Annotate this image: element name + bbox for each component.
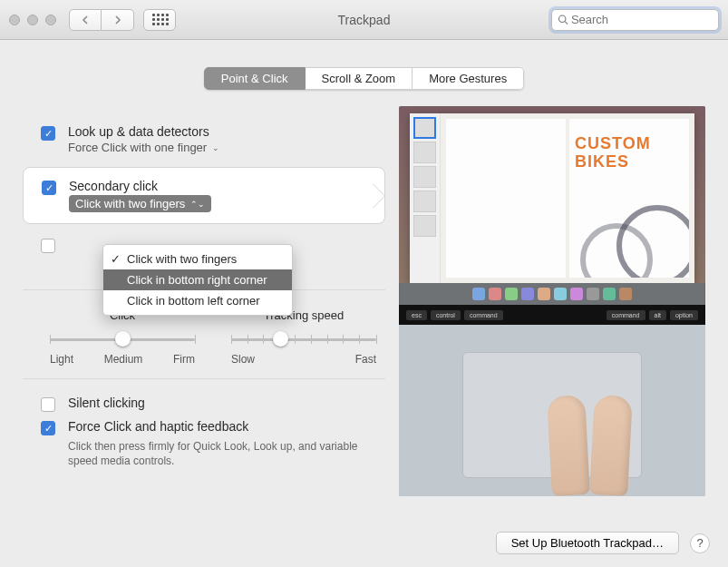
checkbox-silent-clicking[interactable] (41, 397, 55, 412)
option-subtext: Click then press firmly for Quick Look, … (68, 439, 367, 468)
gesture-preview: CUSTOM BIKES esc control command command (399, 106, 705, 496)
preview-trackpad-area (399, 325, 705, 496)
grid-icon (152, 14, 167, 25)
minimize-button[interactable] (27, 15, 38, 25)
preview-headline: CUSTOM BIKES (569, 119, 689, 188)
option-title: Look up & data detectors (68, 124, 219, 139)
chevron-up-down-icon: ⌃⌄ (190, 200, 205, 209)
show-all-button[interactable] (143, 9, 176, 31)
prefpane: Point & Click Scroll & Zoom More Gesture… (0, 40, 728, 567)
tab-more-gestures[interactable]: More Gestures (413, 67, 524, 90)
search-input[interactable] (571, 13, 713, 26)
footer: Set Up Bluetooth Trackpad… ? (496, 532, 710, 554)
chevron-down-icon: ⌄ (212, 143, 219, 152)
nav-buttons (69, 9, 134, 31)
popup-item-two-fingers[interactable]: Click with two fingers (103, 249, 292, 269)
look-up-mode-dropdown[interactable]: Force Click with one finger ⌄ (68, 141, 219, 154)
help-button[interactable]: ? (690, 533, 710, 553)
checkbox-tap-to-click[interactable] (41, 239, 55, 253)
click-pressure-slider: Click Light Medium Firm (50, 308, 195, 366)
options-panel: Look up & data detectors Force Click wit… (23, 106, 385, 496)
preview-finger (589, 395, 633, 496)
tab-bar: Point & Click Scroll & Zoom More Gesture… (0, 40, 728, 106)
close-button[interactable] (9, 15, 20, 25)
search-field[interactable] (551, 9, 719, 31)
preview-touchbar: esc control command command alt option (399, 305, 705, 325)
window-titlebar: Trackpad (0, 0, 728, 40)
tracking-speed-slider: Tracking speed (231, 308, 376, 366)
checkbox-look-up[interactable] (41, 126, 55, 141)
secondary-click-mode-dropdown[interactable]: Click with two fingers ⌃⌄ (69, 195, 211, 212)
option-silent-clicking: Silent clicking (41, 392, 376, 415)
click-slider-track[interactable] (50, 331, 195, 347)
secondary-click-popup: Click with two fingers Click in bottom r… (102, 244, 293, 316)
search-icon (558, 14, 568, 25)
zoom-button[interactable] (45, 15, 56, 25)
option-title: Secondary click (69, 179, 211, 193)
checkbox-secondary-click[interactable] (42, 181, 56, 195)
scale-label: Firm (173, 353, 195, 366)
preview-dock (399, 283, 705, 305)
checkbox-force-click[interactable] (41, 421, 55, 435)
scale-label: Medium (104, 353, 143, 366)
option-secondary-click: Secondary click Click with two fingers ⌃… (23, 167, 385, 224)
tab-point-click[interactable]: Point & Click (204, 67, 306, 90)
svg-point-0 (558, 15, 565, 22)
preview-app-window: CUSTOM BIKES (410, 113, 694, 283)
svg-line-1 (565, 22, 568, 24)
popup-item-bottom-left[interactable]: Click in bottom left corner (103, 290, 292, 311)
option-force-click: Force Click and haptic feedback (41, 415, 376, 439)
scale-label: Slow (231, 353, 255, 366)
tracking-slider-track[interactable] (231, 331, 376, 347)
setup-bluetooth-trackpad-button[interactable]: Set Up Bluetooth Trackpad… (496, 532, 679, 554)
option-title: Silent clicking (68, 396, 145, 410)
window-controls (9, 15, 56, 25)
bottom-options: Silent clicking Force Click and haptic f… (23, 379, 385, 468)
back-button[interactable] (69, 9, 102, 31)
scale-label: Light (50, 353, 73, 366)
popup-item-bottom-right[interactable]: Click in bottom right corner (103, 269, 292, 290)
option-title: Force Click and haptic feedback (68, 419, 248, 434)
option-look-up: Look up & data detectors Force Click wit… (23, 115, 385, 163)
tab-scroll-zoom[interactable]: Scroll & Zoom (306, 67, 413, 90)
slider-knob[interactable] (273, 331, 288, 347)
scale-label: Fast (355, 353, 376, 366)
slider-knob[interactable] (115, 331, 131, 347)
preview-finger (547, 395, 590, 496)
preview-screen: CUSTOM BIKES (399, 106, 705, 283)
forward-button[interactable] (102, 9, 134, 31)
preview-trackpad (462, 352, 642, 478)
